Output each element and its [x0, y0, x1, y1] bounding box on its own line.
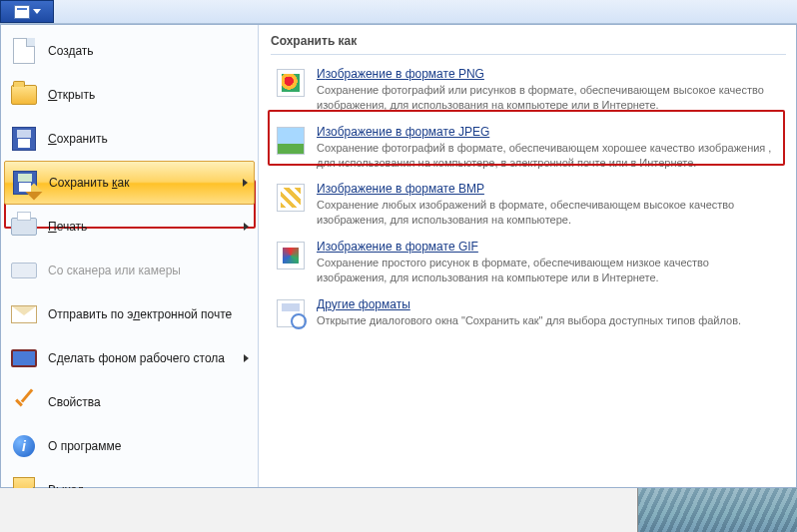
menu-item-props[interactable]: Свойства [4, 380, 255, 424]
submenu-arrow-icon [244, 354, 249, 362]
gif-format-icon [275, 240, 307, 271]
submenu-arrow-icon [244, 223, 249, 231]
floppy-icon [10, 125, 38, 153]
jpeg-format-icon [275, 125, 307, 157]
submenu-title: Сохранить как [271, 31, 786, 55]
menu-item-open[interactable]: Открыть [4, 73, 255, 117]
menu-item-label: О программе [48, 439, 249, 453]
format-item-png[interactable]: Изображение в формате PNGСохранение фото… [271, 61, 786, 119]
menu-item-email[interactable]: Отправить по электронной почте [4, 292, 255, 336]
submenu-arrow-icon [243, 179, 248, 187]
format-title: Изображение в формате BMP [317, 182, 782, 196]
format-title: Другие форматы [317, 297, 782, 311]
menu-item-label: Сохранить как [49, 176, 233, 190]
folder-icon [10, 81, 38, 109]
info-icon: i [10, 432, 38, 460]
menu-item-wallpaper[interactable]: Сделать фоном рабочего стола [4, 336, 255, 380]
menu-item-create[interactable]: Создать [4, 29, 255, 73]
menu-item-saveas[interactable]: Сохранить как [4, 161, 255, 205]
app-menu-button[interactable] [0, 0, 54, 23]
menu-item-about[interactable]: iО программе [4, 424, 255, 468]
file-menu-left: СоздатьОткрытьСохранитьСохранить какПеча… [1, 25, 259, 487]
menu-item-label: Печать [48, 220, 234, 234]
format-desc: Открытие диалогового окна "Сохранить как… [317, 313, 782, 328]
menu-item-label: Сохранить [48, 132, 249, 146]
menu-item-label: Со сканера или камеры [48, 264, 249, 277]
app-doc-icon [14, 5, 30, 19]
menu-item-label: Свойства [48, 395, 249, 409]
format-desc: Сохранение фотографий или рисунков в фор… [317, 83, 782, 113]
taskbar-strip [0, 488, 797, 532]
check-icon [10, 388, 38, 416]
texture-preview [637, 488, 797, 532]
bmp-format-icon [275, 182, 307, 214]
dropdown-caret-icon [33, 9, 41, 14]
file-menu: СоздатьОткрытьСохранитьСохранить какПеча… [0, 24, 797, 488]
format-item-bmp[interactable]: Изображение в формате BMPСохранение любы… [271, 176, 786, 234]
format-desc: Сохранение фотографий в формате, обеспеч… [317, 141, 782, 171]
format-title: Изображение в формате JPEG [317, 125, 782, 139]
format-title: Изображение в формате PNG [317, 67, 782, 81]
desktop-icon [10, 344, 38, 372]
menu-item-print[interactable]: Печать [4, 205, 255, 249]
floppy-pen-icon [11, 169, 39, 197]
menu-item-save[interactable]: Сохранить [4, 117, 255, 161]
format-desc: Сохранение простого рисунок в формате, о… [317, 256, 782, 285]
scanner-icon [10, 257, 38, 284]
format-item-gif[interactable]: Изображение в формате GIFСохранение прос… [271, 234, 786, 291]
format-desc: Сохранение любых изображений в формате, … [317, 198, 782, 228]
format-item-jpeg[interactable]: Изображение в формате JPEGСохранение фот… [271, 119, 786, 177]
format-title: Изображение в формате GIF [317, 240, 782, 254]
mail-icon [10, 300, 38, 328]
png-format-icon [275, 67, 307, 99]
format-item-other[interactable]: Другие форматыОткрытие диалогового окна … [271, 291, 786, 335]
other-format-icon [275, 297, 307, 329]
menu-item-label: Создать [48, 44, 249, 58]
ribbon-bar [0, 0, 797, 24]
printer-icon [10, 213, 38, 241]
menu-item-label: Открыть [48, 88, 249, 102]
menu-item-label: Отправить по электронной почте [48, 307, 249, 321]
sheet-icon [10, 37, 38, 65]
saveas-submenu: Сохранить как Изображение в формате PNGС… [259, 25, 796, 487]
menu-item-label: Сделать фоном рабочего стола [48, 351, 234, 365]
menu-item-scanner: Со сканера или камеры [4, 249, 255, 292]
